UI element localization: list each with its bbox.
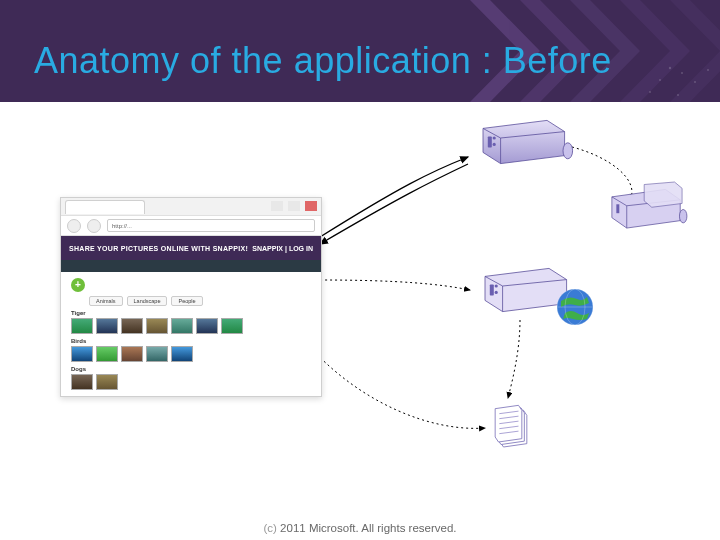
slide-title: Anatomy of the application : Before [34,40,612,82]
svg-rect-7 [488,136,492,147]
server-2-pair [602,182,702,234]
thumbnail [96,346,118,362]
category-tab: Animals [89,296,123,306]
svg-point-15 [495,291,498,294]
banner-text: SHARE YOUR PICTURES ONLINE WITH SNAPPIX! [69,245,248,252]
address-bar: http://... [61,216,321,236]
banner-logo: SNAPPIX | LOG IN [252,245,313,252]
thumbnail [146,318,168,334]
category-tab: People [171,296,202,306]
thumbnail [121,346,143,362]
thumbnail [146,346,168,362]
slide-body: http://... SHARE YOUR PICTURES ONLINE WI… [0,102,720,510]
close-icon [305,201,317,211]
browser-tab [65,200,145,214]
category-tabs: Animals Landscape People [89,296,311,306]
slide-footer: (c) 2011 Microsoft. All rights reserved. [0,522,720,534]
svg-point-5 [707,69,709,71]
svg-rect-13 [490,284,494,295]
web-browser-client: http://... SHARE YOUR PICTURES ONLINE WI… [60,197,322,397]
svg-point-2 [659,79,661,81]
svg-point-0 [669,67,671,69]
category-label: Birds [71,338,311,344]
svg-rect-11 [616,204,619,213]
category-tab: Landscape [127,296,168,306]
server-1 [468,114,578,170]
thumbnail-row [71,374,311,390]
thumbnail [171,346,193,362]
minimize-icon [271,201,283,211]
svg-point-9 [493,143,496,146]
svg-point-1 [681,72,683,74]
thumbnail [96,318,118,334]
thumbnail [221,318,243,334]
svg-point-12 [679,209,686,222]
svg-point-8 [493,136,496,139]
forward-icon [87,219,101,233]
internet-globe-icon [555,287,595,327]
svg-point-3 [694,81,696,83]
back-icon [67,219,81,233]
svg-point-6 [677,94,679,96]
thumbnail [71,346,93,362]
thumbnail [121,318,143,334]
svg-point-4 [649,91,651,93]
svg-point-14 [495,284,498,287]
maximize-icon [288,201,300,211]
app-content: + Animals Landscape People Tiger Birds [61,272,321,390]
category-label: Dogs [71,366,311,372]
browser-tabbar [61,198,321,216]
app-subnav [61,260,321,272]
url-field: http://... [107,219,315,232]
add-icon: + [71,278,85,292]
thumbnail-row [71,318,311,334]
document-stack-icon [485,397,527,447]
thumbnail [171,318,193,334]
thumbnail [71,318,93,334]
thumbnail [96,374,118,390]
app-banner: SHARE YOUR PICTURES ONLINE WITH SNAPPIX!… [61,236,321,260]
slide-header: Anatomy of the application : Before [0,0,720,102]
slide: Anatomy of the application : Before [0,0,720,540]
thumbnail [71,374,93,390]
copyright-prefix: (c) [263,522,276,534]
svg-point-10 [563,143,573,159]
thumbnail [196,318,218,334]
window-controls [271,201,317,211]
copyright-text: 2011 Microsoft. All rights reserved. [277,522,457,534]
thumbnail-row [71,346,311,362]
category-label: Tiger [71,310,311,316]
